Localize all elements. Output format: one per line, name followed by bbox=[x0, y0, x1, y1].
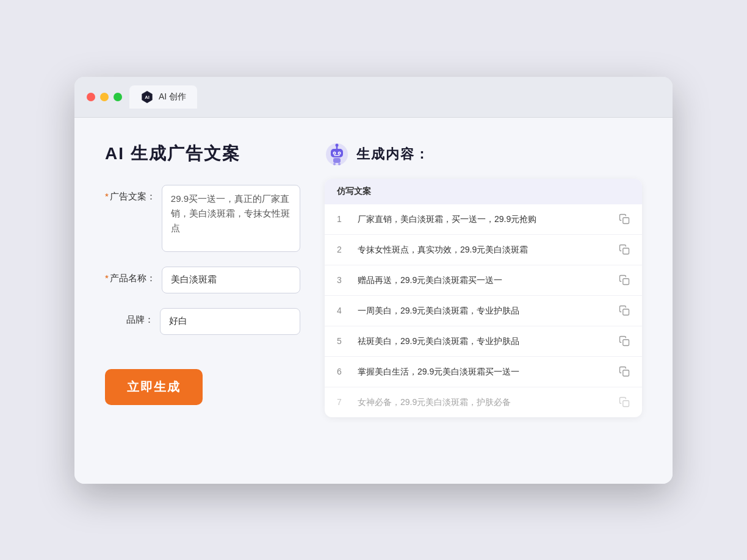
svg-rect-11 bbox=[333, 163, 336, 165]
close-button[interactable] bbox=[87, 93, 95, 101]
brand-label: 品牌： bbox=[105, 308, 154, 326]
svg-rect-16 bbox=[623, 279, 629, 285]
svg-rect-15 bbox=[623, 248, 629, 254]
svg-rect-12 bbox=[338, 163, 341, 165]
traffic-lights bbox=[87, 93, 122, 101]
copy-icon[interactable] bbox=[619, 214, 630, 224]
copy-icon[interactable] bbox=[619, 305, 630, 316]
required-star-ad: * bbox=[105, 191, 109, 201]
result-number: 1 bbox=[337, 214, 349, 224]
robot-icon bbox=[325, 142, 349, 167]
result-text: 赠品再送，29.9元美白淡斑霜买一送一 bbox=[358, 274, 610, 287]
copy-icon[interactable] bbox=[619, 275, 630, 285]
svg-point-9 bbox=[339, 153, 340, 154]
ai-tab-icon: AI bbox=[140, 90, 154, 104]
result-number: 6 bbox=[337, 367, 349, 376]
result-row: 1 厂家直销，美白淡斑霜，买一送一，29.9元抢购 bbox=[325, 204, 642, 235]
result-text: 掌握美白生活，29.9元美白淡斑霜买一送一 bbox=[358, 365, 610, 378]
result-row: 4 一周美白，29.9元美白淡斑霜，专业护肤品 bbox=[325, 296, 642, 326]
copy-icon[interactable] bbox=[619, 244, 630, 255]
page-title: AI 生成广告文案 bbox=[105, 142, 300, 165]
result-text: 一周美白，29.9元美白淡斑霜，专业护肤品 bbox=[358, 304, 610, 317]
ad-copy-label: *广告文案： bbox=[105, 185, 156, 203]
browser-titlebar: AI AI 创作 bbox=[74, 77, 673, 118]
svg-rect-14 bbox=[623, 218, 629, 224]
product-name-label: *产品名称： bbox=[105, 267, 156, 284]
result-number: 3 bbox=[337, 275, 349, 285]
result-text: 厂家直销，美白淡斑霜，买一送一，29.9元抢购 bbox=[358, 213, 610, 226]
svg-text:AI: AI bbox=[145, 95, 150, 100]
svg-rect-19 bbox=[623, 370, 629, 376]
copy-icon[interactable] bbox=[619, 366, 630, 377]
results-table-header: 仿写文案 bbox=[325, 179, 642, 204]
svg-rect-17 bbox=[623, 309, 629, 315]
minimize-button[interactable] bbox=[100, 93, 109, 101]
svg-rect-20 bbox=[623, 401, 629, 407]
result-text: 女神必备，29.9元美白淡斑霜，护肤必备 bbox=[358, 396, 610, 409]
copy-icon[interactable] bbox=[619, 336, 630, 346]
brand-group: 品牌： bbox=[105, 308, 300, 335]
brand-input[interactable] bbox=[160, 308, 300, 335]
result-number: 4 bbox=[337, 306, 349, 315]
browser-content: AI 生成广告文案 *广告文案： 29.9买一送一，真正的厂家直销，美白淡斑霜，… bbox=[74, 118, 673, 484]
result-row: 5 祛斑美白，29.9元美白淡斑霜，专业护肤品 bbox=[325, 326, 642, 357]
tab-label: AI 创作 bbox=[159, 92, 186, 102]
svg-rect-13 bbox=[334, 155, 340, 156]
right-header: 生成内容： bbox=[325, 142, 642, 167]
result-number: 2 bbox=[337, 245, 349, 254]
generate-button[interactable]: 立即生成 bbox=[105, 369, 203, 405]
right-panel: 生成内容： 仿写文案 1 厂家直销，美白淡斑霜，买一送一，29.9元抢购 2 专… bbox=[325, 142, 642, 453]
results-list: 1 厂家直销，美白淡斑霜，买一送一，29.9元抢购 2 专抹女性斑点，真实功效，… bbox=[325, 204, 642, 417]
result-row: 7 女神必备，29.9元美白淡斑霜，护肤必备 bbox=[325, 387, 642, 417]
results-table: 仿写文案 1 厂家直销，美白淡斑霜，买一送一，29.9元抢购 2 专抹女性斑点，… bbox=[325, 179, 642, 417]
product-name-input[interactable] bbox=[162, 267, 300, 293]
result-row: 6 掌握美白生活，29.9元美白淡斑霜买一送一 bbox=[325, 357, 642, 387]
result-text: 祛斑美白，29.9元美白淡斑霜，专业护肤品 bbox=[358, 335, 610, 348]
copy-icon[interactable] bbox=[619, 397, 630, 407]
browser-window: AI AI 创作 AI 生成广告文案 *广告文案： 29.9买一送一，真正的厂家… bbox=[74, 77, 673, 484]
result-row: 3 赠品再送，29.9元美白淡斑霜买一送一 bbox=[325, 265, 642, 296]
maximize-button[interactable] bbox=[114, 93, 122, 101]
svg-point-4 bbox=[336, 143, 339, 146]
svg-point-8 bbox=[334, 153, 335, 154]
result-number: 5 bbox=[337, 336, 349, 346]
ad-copy-input[interactable]: 29.9买一送一，真正的厂家直销，美白淡斑霜，专抹女性斑点 bbox=[162, 185, 300, 252]
browser-tab[interactable]: AI AI 创作 bbox=[129, 85, 197, 109]
ad-copy-group: *广告文案： 29.9买一送一，真正的厂家直销，美白淡斑霜，专抹女性斑点 bbox=[105, 185, 300, 252]
left-panel: AI 生成广告文案 *广告文案： 29.9买一送一，真正的厂家直销，美白淡斑霜，… bbox=[105, 142, 300, 453]
right-title: 生成内容： bbox=[356, 145, 430, 163]
result-number: 7 bbox=[337, 397, 349, 407]
product-name-group: *产品名称： bbox=[105, 267, 300, 293]
result-text: 专抹女性斑点，真实功效，29.9元美白淡斑霜 bbox=[358, 243, 610, 256]
required-star-product: * bbox=[105, 273, 109, 283]
result-row: 2 专抹女性斑点，真实功效，29.9元美白淡斑霜 bbox=[325, 235, 642, 265]
svg-rect-10 bbox=[333, 158, 341, 163]
svg-rect-18 bbox=[623, 340, 629, 346]
